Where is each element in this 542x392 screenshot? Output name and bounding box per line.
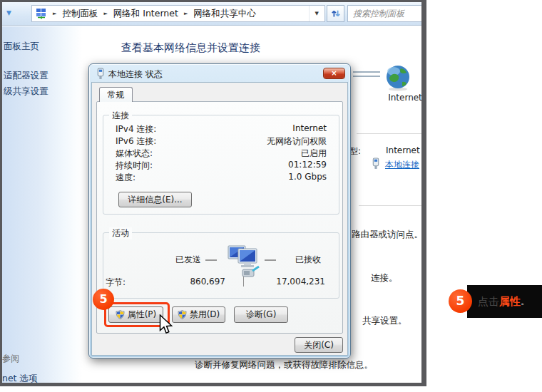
divider bbox=[357, 133, 426, 134]
table-row: IPv4 连接: Internet bbox=[116, 123, 327, 135]
local-connection-status-dialog: 本地连接 状态 × 常规 连接 IPv4 连接: Internet IPv6 连… bbox=[88, 63, 351, 359]
table-row: 媒体状态: 已启用 bbox=[116, 148, 327, 160]
bytes-sent-value: 860,697 bbox=[154, 277, 225, 287]
tab-general[interactable]: 常规 bbox=[99, 87, 133, 102]
access-type-label: 型: bbox=[349, 145, 361, 158]
access-type-value: Internet bbox=[386, 145, 420, 155]
row-label: IPv4 连接: bbox=[116, 123, 156, 135]
network-center-icon bbox=[36, 8, 47, 19]
internet-node-label: Internet bbox=[384, 93, 426, 103]
activity-group-label: 活动 bbox=[109, 227, 132, 239]
dialog-title: 本地连接 状态 bbox=[108, 68, 163, 81]
row-value: 1.0 Gbps bbox=[288, 172, 327, 184]
network-map-line bbox=[353, 71, 380, 73]
disable-button[interactable]: 禁用(D) bbox=[172, 306, 225, 323]
tutorial-page: ▼ ► 控制面板 ► 网络和 Internet ► 网络和共享中心 ▼ bbox=[0, 0, 542, 392]
search-placeholder: 搜索控制面板 bbox=[348, 6, 426, 21]
row-label: 速度: bbox=[116, 172, 136, 184]
row-value: 已启用 bbox=[301, 148, 327, 160]
row-label: 持续时间: bbox=[116, 160, 153, 172]
tab-page: 连接 IPv4 连接: Internet IPv6 连接: 无网络访问权限 媒体… bbox=[96, 101, 343, 334]
annotation-step-badge: 5 bbox=[449, 289, 472, 313]
sidebar-item-home[interactable]: 面板主页 bbox=[4, 41, 39, 53]
sent-label: 已发送 bbox=[175, 254, 201, 266]
connector-dash bbox=[205, 259, 217, 261]
internet-globe-icon bbox=[384, 64, 411, 91]
sidebar-item-internet-options[interactable]: net 选项 bbox=[2, 373, 38, 385]
received-label: 已接收 bbox=[295, 254, 321, 266]
uac-shield-icon bbox=[178, 310, 187, 319]
sidebar-item-adapter-settings[interactable]: 适配器设置 bbox=[4, 70, 48, 82]
refresh-button[interactable] bbox=[327, 5, 344, 22]
refresh-icon bbox=[331, 9, 341, 19]
breadcrumb-item-network-internet[interactable]: 网络和 Internet bbox=[113, 8, 178, 20]
row-value: 无网络访问权限 bbox=[267, 135, 327, 148]
close-button[interactable]: 关闭(C) bbox=[295, 337, 343, 353]
sidebar-item-advanced-sharing[interactable]: 级共享设置 bbox=[4, 86, 48, 98]
text-fragment-router: 路由器或访问点。 bbox=[352, 229, 423, 241]
table-row: IPv6 连接: 无网络访问权限 bbox=[116, 135, 327, 148]
row-value: 01:12:59 bbox=[288, 160, 327, 172]
close-icon[interactable]: × bbox=[323, 68, 345, 79]
breadcrumb-item-sharing-center[interactable]: 网络和共享中心 bbox=[193, 8, 256, 20]
chevron-right-icon: ► bbox=[47, 11, 62, 16]
table-row: 持续时间: 01:12:59 bbox=[116, 160, 327, 172]
annotation-text-prefix: 点击 bbox=[478, 295, 499, 309]
connection-icon bbox=[371, 158, 381, 170]
row-label: 媒体状态: bbox=[116, 148, 153, 160]
diagnose-button[interactable]: 诊断(G) bbox=[234, 306, 288, 323]
diagnose-button-label: 诊断(G) bbox=[246, 309, 277, 321]
details-button-label: 详细信息(E)... bbox=[128, 194, 182, 206]
step-badge: 5 bbox=[93, 289, 114, 310]
favorites-dropdown-icon[interactable]: ▼ bbox=[6, 9, 11, 16]
chevron-right-icon: ► bbox=[178, 11, 193, 16]
bytes-label: 字节: bbox=[106, 277, 126, 289]
page-title: 查看基本网络信息并设置连接 bbox=[121, 41, 260, 55]
divider bbox=[359, 205, 426, 206]
annotation-text-suffix: 。 bbox=[521, 295, 530, 308]
connector-dash bbox=[265, 259, 276, 261]
annotation-label: 点击属性。 bbox=[467, 285, 542, 318]
dialog-connection-icon bbox=[96, 68, 106, 80]
chevron-right-icon: ► bbox=[98, 11, 113, 16]
row-value: Internet bbox=[292, 123, 327, 135]
table-row: 速度: 1.0 Gbps bbox=[116, 172, 327, 184]
breadcrumb-item-control-panel[interactable]: 控制面板 bbox=[62, 8, 98, 20]
text-fragment-diagnose: 诊断并修复网络问题，或获得故障排除信息。 bbox=[195, 359, 373, 371]
mouse-cursor-icon bbox=[158, 314, 173, 336]
local-connection-link[interactable]: 本地连接 bbox=[385, 159, 419, 171]
breadcrumb-dropdown-icon[interactable]: ▼ bbox=[309, 6, 324, 21]
sidebar: 面板主页 适配器设置 级共享设置 参阅 net 选项 bbox=[2, 26, 82, 386]
annotation-text-highlight: 属性 bbox=[499, 295, 521, 309]
disable-button-label: 禁用(D) bbox=[190, 309, 220, 321]
see-also-header: 参阅 bbox=[2, 353, 19, 365]
details-button[interactable]: 详细信息(E)... bbox=[118, 192, 192, 207]
connection-group-label: 连接 bbox=[109, 110, 132, 122]
address-toolbar: ▼ ► 控制面板 ► 网络和 Internet ► 网络和共享中心 ▼ bbox=[2, 2, 426, 26]
text-fragment-connect: 连接。 bbox=[371, 272, 398, 284]
text-fragment-sharing: 共享设置。 bbox=[362, 315, 407, 327]
row-label: IPv6 连接: bbox=[116, 135, 156, 148]
search-input[interactable]: 搜索控制面板 bbox=[347, 5, 426, 22]
close-button-label: 关闭(C) bbox=[304, 339, 334, 351]
breadcrumb: ► 控制面板 ► 网络和 Internet ► 网络和共享中心 ▼ bbox=[31, 5, 325, 22]
bytes-divider bbox=[243, 277, 244, 287]
network-map-line bbox=[353, 76, 380, 77]
computers-activity-icon bbox=[227, 243, 261, 280]
windows-screenshot: ▼ ► 控制面板 ► 网络和 Internet ► 网络和共享中心 ▼ bbox=[0, 0, 426, 386]
bytes-received-value: 17,004,231 bbox=[254, 277, 325, 287]
dialog-body: 常规 连接 IPv4 连接: Internet IPv6 连接: 无网络访问权限 bbox=[91, 82, 348, 356]
